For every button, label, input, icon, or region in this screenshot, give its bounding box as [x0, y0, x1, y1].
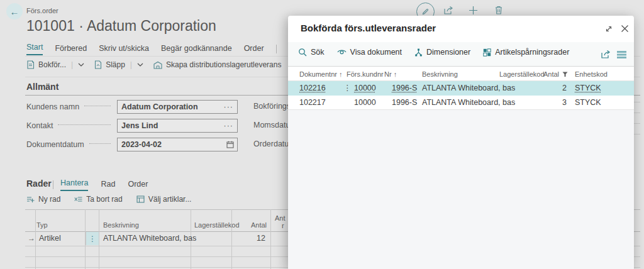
- release-label: Släpp: [106, 60, 125, 69]
- list-view-button[interactable]: [616, 50, 626, 60]
- cell-document-no-link[interactable]: 102216: [299, 81, 326, 96]
- ellipsis-vertical-icon: ⋮: [89, 234, 96, 243]
- tab-skriv-ut-skicka[interactable]: Skriv ut/skicka: [99, 44, 149, 55]
- dialog-title: Bokförda förs.utleveransrader: [301, 23, 436, 33]
- lookup-ellipsis-icon[interactable]: ···: [224, 102, 238, 111]
- close-icon: [621, 25, 629, 33]
- table-row[interactable]: 102217 10000 1996-S ATLANTA Whiteboard, …: [288, 96, 634, 110]
- dimensions-icon: [414, 48, 423, 57]
- lines-tab-order[interactable]: Order: [128, 180, 148, 191]
- post-button[interactable]: Bokför... |: [26, 60, 84, 69]
- dimensions-button[interactable]: Dimensioner: [414, 48, 470, 57]
- expand-dialog-button[interactable]: [604, 24, 614, 34]
- column-header-dokumentnr[interactable]: Dokumentnr ↑: [299, 70, 342, 78]
- trash-icon: [494, 5, 503, 15]
- list-icon: [617, 51, 626, 58]
- lines-section-heading[interactable]: Rader: [26, 178, 52, 189]
- search-button[interactable]: Sök: [298, 48, 325, 57]
- lookup-ellipsis-icon[interactable]: ···: [224, 121, 238, 130]
- back-icon: ←: [10, 6, 19, 17]
- line-cell-quantity[interactable]: 12: [229, 234, 265, 243]
- dialog-empty-area: [288, 110, 634, 269]
- column-header-nr[interactable]: Nr ↑: [384, 70, 397, 78]
- column-header-forskundnr[interactable]: Förs.kundnr: [347, 70, 384, 78]
- lines-tab-rad[interactable]: Rad: [101, 180, 115, 191]
- cell-customer-no[interactable]: 10000: [354, 96, 376, 110]
- warehouse-shipment-icon: [153, 61, 162, 69]
- tab-divider: [276, 45, 277, 53]
- screen: ← Förs.order 101001 · Adatum Corporation…: [0, 0, 644, 269]
- posted-shipment-lines-dialog: Bokförda förs.utleveransrader Sök Visa d…: [288, 16, 634, 269]
- line-cell-description[interactable]: ATLANTA Whiteboard, bas: [103, 234, 196, 243]
- grid-column-border: [35, 209, 36, 269]
- expand-icon: [604, 25, 613, 33]
- calendar-icon[interactable]: [226, 141, 237, 148]
- row-ellipsis-icon[interactable]: ⋮: [343, 81, 352, 96]
- item-tracking-icon: [483, 48, 491, 57]
- contact-field[interactable]: Jens Lind ···: [117, 119, 238, 133]
- contact-value: Jens Lind: [118, 121, 224, 130]
- new-button[interactable]: [469, 6, 478, 15]
- cell-item-no-link[interactable]: 1996-S: [392, 81, 417, 96]
- close-dialog-button[interactable]: [619, 23, 630, 33]
- delete-button[interactable]: [494, 5, 503, 15]
- breadcrumb[interactable]: Förs.order: [26, 7, 58, 14]
- document-date-value: 2023-04-02: [118, 140, 226, 149]
- cell-customer-no-link[interactable]: 10000: [354, 81, 376, 96]
- column-header-antal[interactable]: Antal: [229, 221, 267, 229]
- lines-heading-divider: [53, 180, 53, 189]
- page-title: 101001 · Adatum Corporation: [26, 18, 216, 35]
- chevron-down-icon[interactable]: [137, 63, 143, 67]
- line-cell-type[interactable]: Artikel: [39, 234, 61, 243]
- dialog-table-header: Dokumentnr ↑ Förs.kundnr Nr ↑ Beskrivnin…: [288, 67, 634, 81]
- column-header-beskrivning[interactable]: Beskrivning: [422, 70, 458, 78]
- row-indicator-arrow: →: [28, 234, 35, 243]
- dialog-toolbar: Sök Visa dokument Dimensioner Artikelspå…: [288, 42, 634, 67]
- column-header-truncated-line2[interactable]: r: [282, 222, 284, 229]
- cell-document-no[interactable]: 102217: [299, 96, 326, 110]
- tab-start[interactable]: Start: [26, 43, 43, 55]
- cell-quantity: 2: [536, 81, 567, 96]
- column-header-beskrivning[interactable]: Beskrivning: [103, 221, 139, 229]
- release-button[interactable]: Släpp |: [94, 60, 143, 69]
- cell-unit-code-link[interactable]: STYCK: [575, 81, 601, 96]
- document-date-field[interactable]: 2023-04-02: [117, 138, 238, 151]
- chevron-down-icon[interactable]: [78, 63, 84, 67]
- new-line-label: Ny rad: [38, 195, 60, 204]
- column-header-enhetskod[interactable]: Enhetskod: [575, 70, 608, 78]
- lines-tab-hantera[interactable]: Hantera: [60, 178, 88, 191]
- release-icon: [94, 60, 102, 69]
- delete-line-button[interactable]: Ta bort rad: [74, 195, 122, 204]
- row-menu-button[interactable]: ⋮: [86, 232, 99, 245]
- table-row-selected[interactable]: 102216 ⋮ 10000 1996-S ATLANTA Whiteboard…: [288, 81, 634, 96]
- new-line-icon: [26, 195, 35, 203]
- cell-description: ATLANTA Whiteboard, bas: [422, 96, 515, 110]
- filter-icon[interactable]: [562, 72, 568, 77]
- tab-forbered[interactable]: Förbered: [55, 44, 87, 55]
- tab-begar-godkannande[interactable]: Begär godkännande: [161, 44, 232, 55]
- share-icon: [601, 50, 611, 59]
- dotted-leader: [89, 143, 111, 144]
- back-button[interactable]: ←: [6, 3, 23, 19]
- post-icon: [26, 60, 35, 69]
- select-items-button[interactable]: Välj artiklar...: [136, 195, 192, 204]
- lines-toolbar: Ny rad Ta bort rad Välj artiklar...: [26, 195, 191, 204]
- column-header-typ[interactable]: Typ: [36, 221, 48, 229]
- new-line-button[interactable]: Ny rad: [26, 195, 60, 204]
- share-button[interactable]: [601, 49, 611, 59]
- cell-unit-code[interactable]: STYCK: [575, 96, 601, 110]
- split-divider: |: [71, 60, 73, 69]
- view-document-button[interactable]: Visa dokument: [337, 48, 402, 57]
- cell-item-no[interactable]: 1996-S: [392, 96, 417, 110]
- create-whse-shipment-button[interactable]: Skapa distributionslagerutleverans: [153, 60, 281, 69]
- general-section-heading[interactable]: Allmänt: [26, 82, 58, 92]
- search-icon: [298, 48, 307, 57]
- column-header-truncated[interactable]: Ant: [275, 214, 286, 222]
- tab-order[interactable]: Order: [244, 44, 264, 55]
- customer-name-field[interactable]: Adatum Corporation ···: [117, 100, 238, 114]
- item-tracking-button[interactable]: Artikelspårningsrader: [483, 48, 569, 57]
- share-button[interactable]: [444, 6, 454, 15]
- column-header-antal[interactable]: Antal: [529, 70, 559, 78]
- plus-icon: [469, 6, 478, 15]
- customer-name-value: Adatum Corporation: [118, 102, 224, 111]
